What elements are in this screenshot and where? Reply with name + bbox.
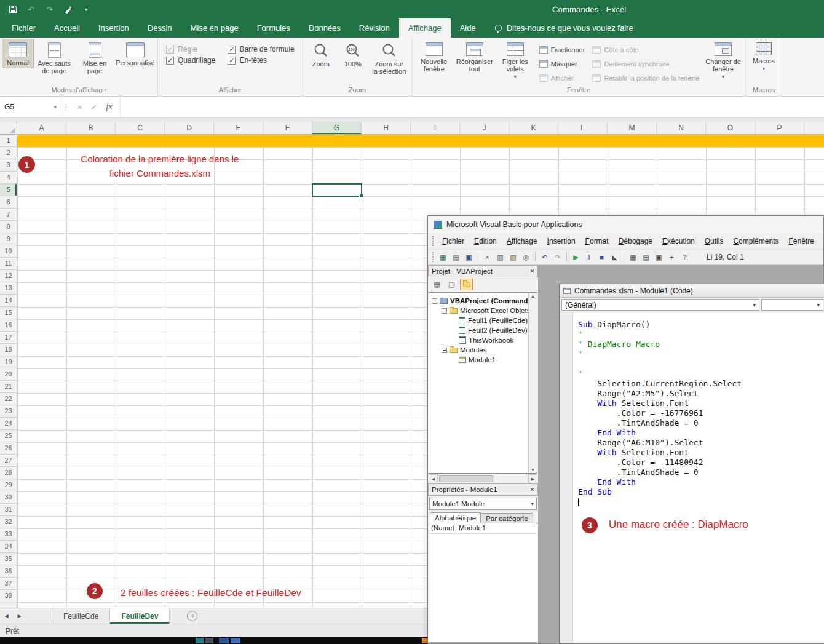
add-sheet-button[interactable]: + bbox=[187, 611, 197, 621]
ribbon-tab-mise-en-page[interactable]: Mise en page bbox=[181, 18, 248, 38]
row-header-23[interactable]: 23 bbox=[0, 405, 17, 418]
vba-menu-complements[interactable]: Compléments bbox=[728, 235, 783, 247]
row-header-27[interactable]: 27 bbox=[0, 455, 17, 467]
tree-item-modules[interactable]: Modules bbox=[429, 345, 528, 355]
ribbon-tab-affichage[interactable]: Affichage bbox=[399, 18, 451, 38]
row-header-12[interactable]: 12 bbox=[0, 270, 17, 282]
button-personnalise[interactable]: Personnalisé bbox=[115, 39, 156, 68]
checkbox-barre-de-formule[interactable]: ✓Barre de formule bbox=[228, 45, 294, 54]
checkbox-en-tetes[interactable]: ✓En-têtes bbox=[228, 56, 294, 65]
vba-menu-debogage[interactable]: Débogage bbox=[614, 235, 657, 247]
tree-item-module1[interactable]: Module1 bbox=[429, 355, 528, 365]
button-masquer[interactable]: Masquer bbox=[539, 58, 585, 70]
vba-titlebar[interactable]: Microsoft Visual Basic pour Applications bbox=[428, 216, 823, 233]
cancel-icon[interactable]: × bbox=[77, 103, 82, 112]
row-header-24[interactable]: 24 bbox=[0, 418, 17, 430]
row-header-16[interactable]: 16 bbox=[0, 319, 17, 332]
object-browser-icon[interactable]: ▣ bbox=[653, 252, 665, 263]
vba-menu-item[interactable]: ? bbox=[819, 235, 824, 247]
column-header-h[interactable]: H bbox=[362, 122, 411, 134]
tree-item-feuil1-feuillecde[interactable]: Feuil1 (FeuilleCde) bbox=[429, 316, 528, 325]
property-row[interactable]: (Name)Module1 bbox=[429, 523, 537, 534]
properties-tab-par-categorie[interactable]: Par catégorie bbox=[481, 513, 533, 523]
row-header-37[interactable]: 37 bbox=[0, 578, 17, 590]
row-header-18[interactable]: 18 bbox=[0, 344, 17, 356]
row-header-26[interactable]: 26 bbox=[0, 442, 17, 455]
sheet-nav-right-icon[interactable]: ▶ bbox=[13, 608, 26, 624]
column-header-d[interactable]: D bbox=[165, 122, 214, 134]
row-header-14[interactable]: 14 bbox=[0, 295, 17, 307]
button-changer-de-fenetre[interactable]: Changer de fenêtre▾ bbox=[703, 39, 743, 81]
row-header-28[interactable]: 28 bbox=[0, 467, 17, 479]
code-window-titlebar[interactable]: Commandes.xlsm - Module1 (Code) bbox=[560, 284, 824, 298]
properties-close-icon[interactable]: × bbox=[530, 486, 534, 493]
row-header-6[interactable]: 6 bbox=[0, 196, 17, 209]
find-icon[interactable]: ◎ bbox=[520, 252, 532, 263]
button-afficher[interactable]: Afficher bbox=[539, 72, 585, 84]
taskbar-app-4[interactable] bbox=[231, 638, 240, 643]
project-tree-hscrollbar[interactable]: ◀ ▶ bbox=[429, 474, 537, 483]
insert-userform-icon[interactable]: ▤ bbox=[450, 252, 462, 263]
column-header-j[interactable]: J bbox=[460, 122, 509, 134]
copy-icon[interactable]: ▥ bbox=[494, 252, 506, 263]
view-object-icon[interactable]: ▢ bbox=[445, 279, 458, 290]
code-editor[interactable]: Sub DiapMacro()'' DiapMacro Macro'' Sele… bbox=[573, 312, 824, 643]
row-header-35[interactable]: 35 bbox=[0, 553, 17, 565]
tree-item-microsoft-excel-objets[interactable]: Microsoft Excel Objets bbox=[429, 306, 528, 316]
checkbox-regle[interactable]: ✓Règle bbox=[166, 45, 215, 54]
button-mise-en-page[interactable]: Mise en page bbox=[74, 39, 115, 76]
expand-collapse-icon[interactable] bbox=[432, 298, 437, 304]
button-figer-les-volets[interactable]: Figer les volets▾ bbox=[495, 39, 536, 81]
project-tree-vscrollbar[interactable]: ▲▼ bbox=[528, 292, 537, 474]
row-header-19[interactable]: 19 bbox=[0, 356, 17, 368]
sheet-tab-feuillecde[interactable]: FeuilleCde bbox=[52, 608, 110, 624]
sheet-tab-feuilledev[interactable]: FeuilleDev bbox=[110, 608, 170, 624]
column-header-a[interactable]: A bbox=[17, 122, 66, 134]
tree-item-feuil2-feuilledev[interactable]: Feuil2 (FeuilleDev) bbox=[429, 325, 528, 335]
ribbon-tab-formules[interactable]: Formules bbox=[248, 18, 299, 38]
row-header-21[interactable]: 21 bbox=[0, 381, 17, 393]
scroll-right-icon[interactable]: ▶ bbox=[528, 474, 537, 483]
save-icon[interactable]: ▣ bbox=[463, 252, 475, 263]
row-header-36[interactable]: 36 bbox=[0, 565, 17, 578]
vba-menu-affichage[interactable]: Affichage bbox=[502, 235, 542, 247]
expand-collapse-icon[interactable] bbox=[442, 308, 447, 314]
ribbon-tab-aide[interactable]: Aide bbox=[451, 18, 485, 38]
qat-customize-icon[interactable]: ▾ bbox=[81, 4, 92, 15]
taskbar-app-2[interactable] bbox=[205, 638, 213, 643]
property-value[interactable]: Module1 bbox=[456, 523, 537, 533]
button-fractionner[interactable]: Fractionner bbox=[539, 44, 585, 55]
insert-function-icon[interactable]: fx bbox=[106, 102, 113, 112]
scroll-down-icon[interactable]: ▼ bbox=[531, 467, 535, 472]
row-header-30[interactable]: 30 bbox=[0, 491, 17, 504]
vba-menu-edition[interactable]: Edition bbox=[469, 235, 502, 247]
taskbar-app-1[interactable] bbox=[196, 638, 204, 643]
cut-icon[interactable]: × bbox=[481, 252, 493, 263]
select-all-corner[interactable] bbox=[0, 122, 17, 135]
row-header-32[interactable]: 32 bbox=[0, 516, 17, 528]
ribbon-tab-accueil[interactable]: Accueil bbox=[45, 18, 89, 38]
break-icon[interactable]: ‖ bbox=[583, 252, 595, 263]
redo-icon[interactable]: ↷ bbox=[44, 4, 55, 15]
view-code-icon[interactable]: ▤ bbox=[430, 279, 443, 290]
row-header-34[interactable]: 34 bbox=[0, 541, 17, 553]
row-header-20[interactable]: 20 bbox=[0, 368, 17, 381]
button-nouvelle-fenetre[interactable]: Nouvelle fenêtre bbox=[414, 39, 454, 74]
row-header-13[interactable]: 13 bbox=[0, 282, 17, 295]
vba-menu-fichier[interactable]: Fichier bbox=[437, 235, 469, 247]
row-header-4[interactable]: 4 bbox=[0, 172, 17, 184]
row-header-10[interactable]: 10 bbox=[0, 245, 17, 258]
button-avec-sauts-de-page[interactable]: Avec sauts de page bbox=[34, 39, 74, 76]
column-header-b[interactable]: B bbox=[66, 122, 116, 134]
enter-icon[interactable]: ✓ bbox=[91, 103, 98, 112]
button-defilement-synchrone[interactable]: Défilement synchrone bbox=[592, 58, 699, 70]
column-header-l[interactable]: L bbox=[558, 122, 608, 134]
vba-menu-fenetre[interactable]: Fenêtre bbox=[783, 235, 818, 247]
design-mode-icon[interactable]: ◣ bbox=[609, 252, 620, 263]
ribbon-tab-donnees[interactable]: Données bbox=[299, 18, 350, 38]
row-header-2[interactable]: 2 bbox=[0, 147, 17, 159]
vba-menu-format[interactable]: Format bbox=[580, 235, 614, 247]
row-header-1[interactable]: 1 bbox=[0, 135, 17, 147]
button-normal[interactable]: Normal bbox=[2, 39, 34, 68]
toolbox-icon[interactable]: + bbox=[666, 252, 678, 263]
